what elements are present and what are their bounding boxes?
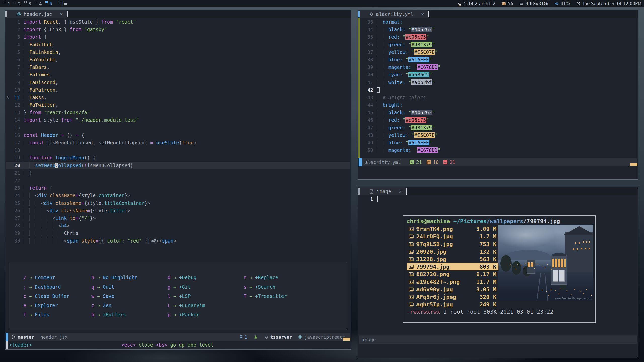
- code-line-27[interactable]: 27 <Link to={"/"}>: [6, 214, 350, 222]
- code-line-36[interactable]: 36 green: "#98C379": [359, 41, 637, 48]
- whichkey-item-s[interactable]: s → +Search: [244, 282, 314, 292]
- file-row-31228.jpg[interactable]: 31228.jpg563 K: [407, 255, 500, 263]
- sign-column: [6, 162, 11, 169]
- git-branch[interactable]: master: [18, 334, 34, 340]
- code-line-22[interactable]: 22: [6, 177, 350, 184]
- code-line-48[interactable]: 48 yellow: "#E5C07B": [359, 131, 637, 139]
- tab-headerjsx[interactable]: header.jsx ×: [5, 10, 67, 18]
- code-line-43[interactable]: 43 # Bright colors: [359, 94, 637, 101]
- code-line-10[interactable]: 10 FaPatreon,: [6, 86, 350, 94]
- code-line-17[interactable]: 17 const [isMenuCollapsed, setMenuCollap…: [6, 139, 350, 146]
- code-line-41[interactable]: 41 white: "#abb2bf": [359, 78, 637, 86]
- code-line-14[interactable]: 14import style from "./header.module.les…: [6, 116, 350, 124]
- code-line-20[interactable]: 20 setMenuCollapsed(!isMenuCollapsed): [6, 162, 350, 169]
- diagnostic-count[interactable]: 1: [245, 334, 247, 340]
- code-line-3[interactable]: 3import {: [6, 33, 350, 41]
- whichkey-item-/[interactable]: / → Comment: [23, 273, 91, 282]
- code-line-21[interactable]: 21 }: [6, 169, 350, 177]
- file-row-799794.jpg[interactable]: 799794.jpg803 K: [407, 263, 500, 270]
- whichkey-item-w[interactable]: w → Save: [91, 292, 168, 301]
- code-line-8[interactable]: 8 FaTimes,: [6, 71, 350, 78]
- code-line-45[interactable]: 45 black: "#4b5263": [359, 109, 637, 116]
- workspace-1[interactable]: 1: [4, 1, 10, 6]
- whichkey-item-l[interactable]: l → +LSP: [168, 292, 244, 301]
- code-line-37[interactable]: 37 yellow: "#E5C07B": [359, 48, 637, 56]
- code-line-38[interactable]: 38 blue: "#61AFEF": [359, 56, 637, 63]
- file-row-AFq5r6j.jpeg[interactable]: AFq5r6j.jpeg320 K: [407, 293, 500, 301]
- line-number: 24: [11, 192, 20, 199]
- code-line-4[interactable]: 4 FaGithub,: [6, 41, 350, 48]
- code-line-6[interactable]: 6 FaYoutube,: [6, 56, 350, 63]
- code-line-24[interactable]: 24 <div className={style.container}>: [6, 192, 350, 199]
- code-line-23[interactable]: 23 return (: [6, 184, 350, 192]
- workspace-4[interactable]: 4: [35, 1, 42, 6]
- code-area[interactable]: 1import React, { useState } from "react"…: [6, 18, 350, 245]
- code-line-40[interactable]: 40 cyan: "#56B6C2": [359, 71, 637, 78]
- code-line-18[interactable]: 18: [6, 146, 350, 154]
- whichkey-item-h[interactable]: h → No Highlight: [91, 273, 168, 282]
- code-line-7[interactable]: 7 FaBars,: [6, 63, 350, 71]
- whichkey-item-g[interactable]: g → +Git: [168, 282, 244, 292]
- code-line-29[interactable]: 29 Chris: [6, 229, 350, 237]
- code-line-44[interactable]: 44 bright:: [359, 101, 637, 109]
- whichkey-item-;[interactable]: ; → Dashboard: [23, 282, 91, 292]
- code-line-49[interactable]: 49 blue: "#61AFEF": [359, 139, 637, 146]
- code-line-25[interactable]: 25 <div className={style.titleContainer}…: [6, 199, 350, 207]
- layout-symbol[interactable]: []=: [59, 1, 67, 6]
- scroll-indicator[interactable]: [343, 338, 350, 341]
- code-line-5[interactable]: 5 FaLinkedin,: [6, 48, 350, 56]
- whichkey-item-p[interactable]: p → +Packer: [168, 310, 244, 319]
- whichkey-item-r[interactable]: r → +Replace: [244, 273, 314, 282]
- code-line-19[interactable]: 19 function toggleMenu() {: [6, 154, 350, 162]
- tab-image[interactable]: image ×: [358, 187, 406, 195]
- scroll-indicator[interactable]: [630, 163, 637, 166]
- code-line-34[interactable]: 34 black: "#4b5263": [359, 26, 637, 33]
- file-row-24LrDFQ.jpg[interactable]: 24LrDFQ.jpg1.7 M: [407, 233, 500, 240]
- code-line-1[interactable]: 1import React, { useState } from "react": [6, 18, 350, 26]
- code-area[interactable]: 1: [359, 195, 637, 203]
- file-row-9rsmTK4.png[interactable]: 9rsmTK4.png3.09 M: [407, 225, 500, 233]
- code-line-13[interactable]: 13} from "react-icons/fa": [6, 109, 350, 116]
- whichkey-item-q[interactable]: q → Quit: [91, 282, 168, 292]
- workspace-3[interactable]: 3: [24, 1, 31, 6]
- workspace-2[interactable]: 2: [14, 1, 21, 6]
- code-area[interactable]: 33 normal:34 black: "#4b5263"35 red: "#e…: [359, 18, 637, 154]
- code-line-30[interactable]: 30 <span style={{ color: "red" }}>@</spa…: [6, 237, 350, 245]
- code-line-50[interactable]: 50 magenta: "#C678DD": [359, 146, 637, 154]
- tab-alacritty[interactable]: ⚙ alacritty.yml ×: [358, 10, 428, 18]
- whichkey-item-T[interactable]: T → +Treesitter: [244, 292, 314, 301]
- code-line-46[interactable]: 46 red: "#e06c75": [359, 116, 637, 124]
- code-line-16[interactable]: 16const Header = () ⇒ {: [6, 131, 350, 139]
- code-line-11[interactable]: 11 FaRss,: [6, 94, 350, 101]
- code-line-1[interactable]: 1: [359, 195, 637, 203]
- code-line-47[interactable]: 47 green: "#98C379": [359, 124, 637, 131]
- code-line-15[interactable]: 15: [6, 124, 350, 131]
- whichkey-item-b[interactable]: b → +Buffers: [91, 310, 168, 319]
- whichkey-item-z[interactable]: z → Zen: [91, 301, 168, 310]
- command-line[interactable]: <leader> <esc> close <bs> go up one leve…: [6, 341, 350, 349]
- file-row-20920.jpg[interactable]: 20920.jpg132 K: [407, 248, 500, 255]
- code-line-35[interactable]: 35 red: "#e06c75": [359, 33, 637, 41]
- whichkey-item-f[interactable]: f → Files: [23, 310, 91, 319]
- file-row-97q9L5D.jpg[interactable]: 97q9L5D.jpg753 K: [407, 240, 500, 248]
- file-row-aghr5Ip.jpg[interactable]: aghr5Ip.jpg249 K: [407, 301, 500, 308]
- code-line-33[interactable]: 33 normal:: [359, 18, 637, 26]
- code-line-9[interactable]: 9 FaDiscord,: [6, 78, 350, 86]
- file-row-ad6v90y.jpg[interactable]: ad6v90y.jpg3.05 M: [407, 286, 500, 293]
- code-line-42[interactable]: 42: [359, 86, 637, 94]
- code-line-39[interactable]: 39 magenta: "#C678DD": [359, 63, 637, 71]
- whichkey-item-d[interactable]: d → +Debug: [168, 273, 244, 282]
- close-icon[interactable]: ×: [59, 11, 64, 17]
- close-icon[interactable]: ×: [398, 189, 402, 194]
- workspace-5[interactable]: 5: [45, 1, 52, 6]
- code-line-28[interactable]: 28 <h4>: [6, 222, 350, 229]
- file-row-882720.png[interactable]: 882720.png6.17 M: [407, 270, 500, 278]
- whichkey-item-c[interactable]: c → Close Buffer: [23, 292, 91, 301]
- whichkey-item-L[interactable]: L → +LunarVim: [168, 301, 244, 310]
- file-row-a19c482f~.png[interactable]: a19c482f~.png11.7 M: [407, 278, 500, 286]
- whichkey-item-e[interactable]: e → Explorer: [23, 301, 91, 310]
- code-line-2[interactable]: 2import { Link } from "gatsby": [6, 26, 350, 33]
- code-line-26[interactable]: 26 <div className={style.title}>: [6, 207, 350, 214]
- code-line-12[interactable]: 12 FaTwitter,: [6, 101, 350, 109]
- close-icon[interactable]: ×: [420, 11, 425, 17]
